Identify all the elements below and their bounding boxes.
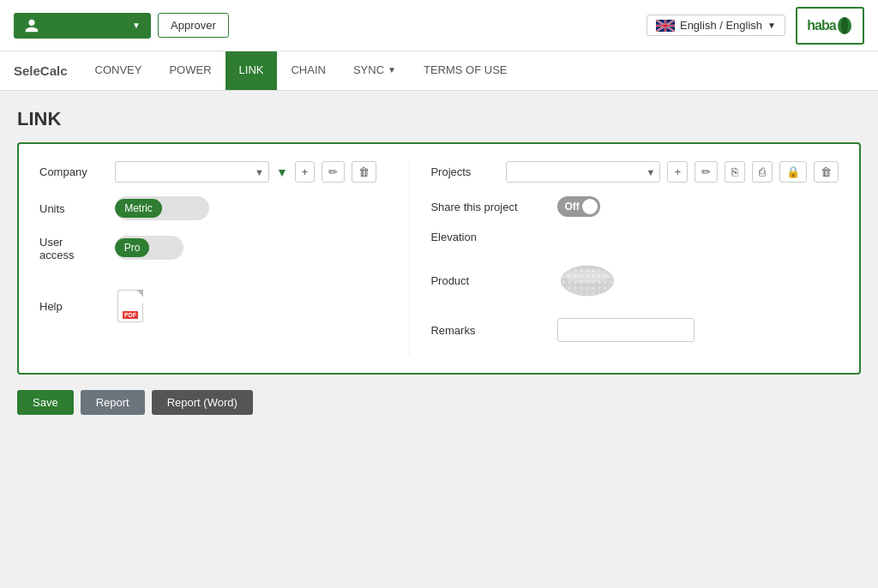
projects-select-wrapper: ▼ <box>506 161 660 183</box>
logo-icon <box>836 15 853 36</box>
dropdown-caret: ▼ <box>132 21 141 30</box>
share-label: Share this project <box>430 201 550 213</box>
logo-text: haba <box>807 18 835 33</box>
product-label: Product <box>430 274 550 287</box>
projects-lock-btn[interactable]: 🔒 <box>779 161 807 183</box>
projects-add-btn[interactable]: + <box>667 161 688 183</box>
projects-select[interactable] <box>506 161 660 183</box>
units-label: Units <box>39 202 108 215</box>
svg-point-15 <box>565 270 610 282</box>
user-access-row: User access Pro <box>39 234 399 261</box>
pdf-text: PDF <box>123 311 138 319</box>
main-card: Company ▼ ▼ + ✏ 🗑 Units <box>17 142 861 375</box>
report-button[interactable]: Report <box>81 390 145 415</box>
company-select[interactable] <box>115 161 269 183</box>
company-edit-btn[interactable]: ✏ <box>322 161 345 183</box>
help-pdf-icon[interactable]: PDF <box>115 287 146 325</box>
header-left: ▼ Approver <box>14 13 229 39</box>
company-add-btn[interactable]: + <box>295 161 316 183</box>
header: ▼ Approver English / English ▼ haba <box>0 0 878 51</box>
header-right: English / English ▼ haba <box>646 7 864 45</box>
approver-button[interactable]: Approver <box>158 13 229 38</box>
company-label: Company <box>39 165 108 178</box>
share-toggle-wrapper: Off <box>557 196 600 217</box>
projects-row: Projects ▼ + ✏ ⎘ ⎙ 🔒 🗑 <box>430 161 839 183</box>
company-select-wrapper: ▼ <box>115 161 269 183</box>
report-word-button[interactable]: Report (Word) <box>152 390 253 415</box>
page-title: LINK <box>17 108 861 130</box>
user-pro-option[interactable]: Pro <box>115 238 149 257</box>
remarks-label: Remarks <box>430 324 550 337</box>
logo: haba <box>796 7 864 45</box>
user-access-toggle[interactable]: Pro <box>115 236 183 260</box>
nav-item-sync[interactable]: SYNC ▼ <box>340 51 410 90</box>
product-image <box>557 257 617 304</box>
projects-edit-btn[interactable]: ✏ <box>695 161 718 183</box>
projects-delete-btn[interactable]: 🗑 <box>814 161 839 183</box>
help-row: Help PDF <box>39 287 399 325</box>
remarks-row: Remarks <box>430 318 839 342</box>
remarks-input[interactable] <box>557 318 695 342</box>
projects-paste-btn[interactable]: ⎙ <box>752 161 773 183</box>
sync-caret: ▼ <box>388 65 396 75</box>
pdf-body: PDF <box>117 290 143 322</box>
nav-item-link[interactable]: LINK <box>226 51 278 90</box>
units-metric-option[interactable]: Metric <box>115 199 162 218</box>
nav-item-power[interactable]: POWER <box>155 51 225 90</box>
form-left: Company ▼ ▼ + ✏ 🗑 Units <box>39 161 410 356</box>
company-delete-btn[interactable]: 🗑 <box>352 161 376 183</box>
company-row: Company ▼ ▼ + ✏ 🗑 <box>39 161 399 183</box>
help-label: Help <box>39 300 108 313</box>
share-toggle-label: Off <box>564 201 579 213</box>
nav-item-chain[interactable]: CHAIN <box>277 51 339 90</box>
user-icon <box>24 18 39 33</box>
elevation-label: Elevation <box>430 231 550 243</box>
language-label: English / English <box>680 19 762 32</box>
projects-label: Projects <box>430 165 499 178</box>
svg-point-10 <box>841 17 848 34</box>
form-right: Projects ▼ + ✏ ⎘ ⎙ 🔒 🗑 Sh <box>410 161 839 356</box>
user-dropdown[interactable]: ▼ <box>14 13 151 39</box>
nav-item-convey[interactable]: CONVEY <box>81 51 156 90</box>
units-imperial-option[interactable] <box>162 205 209 212</box>
user-basic-option[interactable] <box>149 244 183 251</box>
user-access-label: User access <box>39 236 108 261</box>
elevation-row: Elevation <box>430 231 839 243</box>
projects-copy-btn[interactable]: ⎘ <box>725 161 745 183</box>
main-content: LINK Company ▼ ▼ + ✏ 🗑 <box>0 91 878 432</box>
company-filter-icon[interactable]: ▼ <box>276 165 288 179</box>
bottom-buttons: Save Report Report (Word) <box>17 390 861 415</box>
language-selector[interactable]: English / English ▼ <box>646 15 785 36</box>
nav-item-terms[interactable]: TERMS OF USE <box>410 51 521 90</box>
nav-brand: SeleCalc <box>14 51 81 90</box>
form-grid: Company ▼ ▼ + ✏ 🗑 Units <box>39 161 839 356</box>
flag-icon <box>656 20 675 32</box>
share-toggle[interactable]: Off <box>557 196 600 217</box>
lang-caret: ▼ <box>767 21 776 30</box>
save-button[interactable]: Save <box>17 390 74 415</box>
share-row: Share this project Off <box>430 196 839 217</box>
product-row: Product <box>430 257 839 304</box>
navbar: SeleCalc CONVEY POWER LINK CHAIN SYNC ▼ … <box>0 51 878 91</box>
units-row: Units Metric <box>39 196 399 220</box>
units-toggle[interactable]: Metric <box>115 196 209 220</box>
